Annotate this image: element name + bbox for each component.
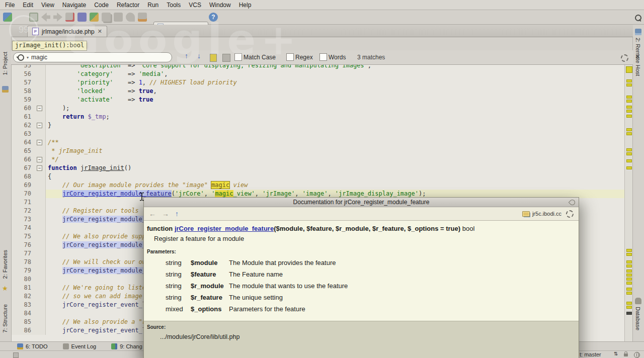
menu-item-window[interactable]: Window [209,2,231,9]
close-icon[interactable]: ✕ [98,29,102,34]
code-line[interactable]: 64/** [11,138,625,147]
tool-window-button-todo[interactable]: 6: TODO [17,343,48,349]
fold-marker[interactable] [34,104,46,113]
code-line[interactable]: 66 */ [11,155,625,164]
search-match-mark[interactable] [626,152,632,155]
previous-occurrence-icon[interactable]: ↑ [185,52,188,60]
next-occurrence-icon[interactable]: ↓ [197,52,201,60]
search-match-mark[interactable] [626,96,632,99]
close-find-bar-icon[interactable]: ✕ [635,53,640,60]
regex-label[interactable]: Regex [295,54,313,61]
search-match-mark[interactable] [626,253,632,256]
menu-item-navigate[interactable]: Navigate [62,2,86,9]
code-line[interactable]: 69 // Our image module provides the "ima… [11,181,625,190]
code-line[interactable]: 65 * jrImage_init [11,147,625,155]
code-line[interactable]: 56 'category' => 'media', [11,70,625,78]
sidebar-item-project[interactable]: 1: Project [2,52,8,75]
search-match-mark[interactable] [626,83,632,86]
menu-item-help[interactable]: Help [239,2,252,9]
search-match-mark[interactable] [626,264,632,267]
branch-arrows-icon[interactable]: ⇅ [614,351,618,356]
pin-icon[interactable] [569,199,577,207]
doc-forward-icon[interactable]: → [162,210,169,218]
save-all-icon[interactable] [3,13,12,22]
code-line[interactable]: 60 ); [11,104,625,113]
search-match-mark[interactable] [626,166,632,169]
caret-mark[interactable] [626,312,632,315]
words-checkbox[interactable] [319,53,327,61]
git-branch-widget[interactable]: t: master [580,351,601,357]
match-case-label[interactable]: Match Case [244,54,276,61]
code-line[interactable]: 63 [11,130,625,138]
code-line[interactable]: 62} [11,121,625,130]
run-icon[interactable] [90,13,99,22]
doc-edit-source-icon[interactable]: ↑ [175,210,179,218]
function-name-link[interactable]: jrCore_register_module_feature [175,225,274,232]
code-line[interactable]: 58 'locked' => true, [11,87,625,96]
doc-popup-title-bar[interactable]: Documentation for jrCore_register_module… [144,198,579,207]
fold-marker[interactable] [34,121,46,130]
synchronize-icon[interactable] [29,13,38,22]
menu-item-run[interactable]: Run [147,2,158,9]
search-match-mark[interactable] [626,110,632,113]
sidebar-item-favorites[interactable]: 2: Favorites [2,250,8,279]
search-input[interactable]: ▾ magic [13,52,172,62]
search-history-chevron-icon[interactable]: ▾ [27,55,29,60]
sidebar-item-structure[interactable]: 7: Structure [2,304,8,333]
preview-icon[interactable] [222,54,230,62]
paste-icon[interactable] [114,13,123,22]
copy-icon[interactable] [102,13,111,22]
search-everywhere-icon[interactable] [635,15,641,21]
menu-item-vcs[interactable]: VCS [189,2,201,9]
settings-wrench-icon[interactable] [138,13,147,22]
doc-back-icon[interactable]: ← [149,210,156,218]
search-match-mark[interactable] [626,274,632,277]
search-match-mark[interactable] [626,132,632,135]
search-match-mark[interactable] [626,288,632,291]
menu-item-view[interactable]: View [41,2,54,9]
search-match-mark[interactable] [626,115,632,118]
search-match-mark[interactable] [626,278,632,281]
fold-marker[interactable] [34,138,46,147]
search-match-mark[interactable] [626,282,632,285]
history-icon[interactable] [65,13,74,22]
sidebar-item-database[interactable]: Database [635,307,641,330]
tool-window-button-changes[interactable]: 9: Chang [111,343,142,349]
inspection-indicator[interactable] [626,66,632,73]
code-line[interactable]: 57 'priority' => 1, // HIGHEST load prio… [11,78,625,87]
highlighting-level-icon[interactable] [634,352,640,358]
scroll-marker-bar[interactable] [624,64,633,341]
tool-window-switcher-icon[interactable] [13,352,19,358]
undo-icon[interactable] [126,13,135,22]
code-line[interactable]: 61 return $_tmp; [11,113,625,121]
search-match-mark[interactable] [626,292,632,295]
search-match-mark[interactable] [626,249,632,252]
regex-checkbox[interactable] [286,53,294,61]
export-icon[interactable] [77,13,87,22]
search-match-mark[interactable] [626,106,632,109]
search-match-mark[interactable] [626,159,632,162]
fold-marker[interactable] [34,155,46,164]
lock-icon[interactable] [624,353,628,356]
code-line[interactable]: 59 'activate' => true [11,96,625,104]
code-line[interactable]: 55 'description' => 'Core support for di… [11,64,625,70]
search-match-mark[interactable] [626,148,632,151]
fold-marker[interactable] [34,164,46,172]
search-match-mark[interactable] [626,302,632,305]
words-label[interactable]: Words [329,54,346,61]
search-match-mark[interactable] [626,306,632,309]
highlight-matches-icon[interactable] [210,54,217,62]
menu-item-code[interactable]: Code [94,2,109,9]
menu-item-file[interactable]: File [5,2,15,9]
menu-item-edit[interactable]: Edit [23,2,33,9]
search-match-mark[interactable] [626,128,632,131]
gear-icon[interactable] [621,54,628,62]
forward-icon[interactable] [53,13,62,22]
code-line[interactable]: 67function jrImage_init() [11,164,625,172]
tab-include-php[interactable]: P jrImage/include.php ✕ [27,26,107,37]
search-match-mark[interactable] [626,100,632,103]
menu-item-refactor[interactable]: Refactor [117,2,139,9]
match-case-checkbox[interactable] [234,53,242,61]
menu-item-tools[interactable]: Tools [167,2,181,9]
back-icon[interactable] [41,13,50,22]
